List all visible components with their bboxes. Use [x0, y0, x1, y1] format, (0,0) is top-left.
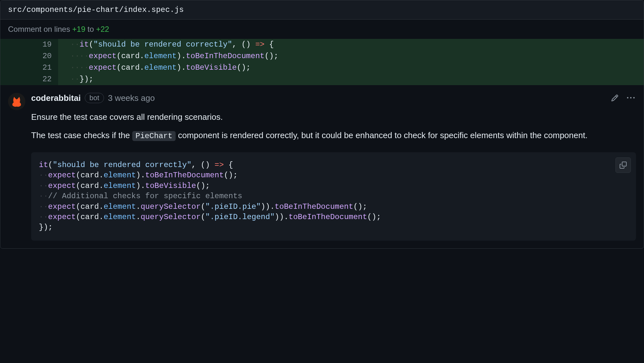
text-before-code: The test case checks if the: [31, 130, 132, 140]
range-from: +19: [72, 25, 85, 33]
comment-header: coderabbitai bot 3 weeks ago: [31, 93, 636, 103]
gutter-old: [0, 50, 29, 62]
suggestion-line: ··// Additional checks for specific elem…: [39, 191, 628, 201]
bot-badge: bot: [85, 93, 104, 103]
suggestion-line: ··expect(card.element).toBeVisible();: [39, 181, 628, 191]
diff-line: 21 ····expect(card.element).toBeVisible(…: [0, 62, 644, 74]
inline-code: PieChart: [132, 131, 176, 141]
diff-code: ··});: [68, 74, 644, 85]
kebab-menu-button[interactable]: [626, 93, 636, 103]
diff-line: 19 ··it("should be rendered correctly", …: [0, 39, 644, 50]
file-header: src/components/pie-chart/index.spec.js: [0, 0, 644, 20]
text-after-code: component is rendered correctly, but it …: [176, 130, 587, 140]
whitespace-dots: ····: [70, 63, 89, 72]
diff-line: 22 ··});: [0, 74, 644, 85]
diff-marker: [58, 74, 68, 85]
range-to: +22: [96, 25, 109, 33]
suggestion-block: it("should be rendered correctly", () =>…: [31, 152, 636, 241]
diff-marker: [58, 39, 68, 50]
range-to-word: to: [87, 25, 94, 33]
gutter-old: [0, 74, 29, 85]
diff-code: ··it("should be rendered correctly", () …: [68, 39, 644, 50]
copy-icon: [620, 162, 627, 169]
gutter-old: [0, 39, 29, 50]
comment-body: coderabbitai bot 3 weeks ago: [31, 93, 636, 241]
file-path[interactable]: src/components/pie-chart/index.spec.js: [8, 5, 184, 14]
suggestion-line: });: [39, 222, 628, 233]
comment-range: Comment on lines +19 to +22: [0, 20, 644, 39]
suggestion-line: ··expect(card.element).toBeInTheDocument…: [39, 170, 628, 181]
whitespace-dots: ··: [70, 75, 80, 84]
diff-code: ····expect(card.element).toBeVisible();: [68, 62, 644, 74]
gutter-new: 20: [29, 50, 58, 62]
comment-timestamp[interactable]: 3 weeks ago: [108, 93, 155, 103]
avatar[interactable]: [8, 93, 25, 110]
suggestion-line: ··expect(card.element.querySelector(".pi…: [39, 202, 628, 212]
range-prefix: Comment on lines: [8, 25, 70, 33]
gutter-new: 22: [29, 74, 58, 85]
gutter-new: 21: [29, 62, 58, 74]
diff-line: 20 ····expect(card.element).toBeInTheDoc…: [0, 50, 644, 62]
diff-block: 19 ··it("should be rendered correctly", …: [0, 39, 644, 85]
suggestion-line: ··expect(card.element.querySelector(".pi…: [39, 212, 628, 222]
comment: coderabbitai bot 3 weeks ago: [0, 85, 644, 248]
comment-paragraph: The test case checks if the PieChart com…: [31, 129, 636, 142]
copy-button[interactable]: [615, 157, 631, 173]
comment-paragraph: Ensure the test case covers all renderin…: [31, 111, 636, 123]
whitespace-dots: ··: [70, 40, 80, 49]
edit-button[interactable]: [610, 93, 620, 103]
diff-marker: [58, 50, 68, 62]
gutter-old: [0, 62, 29, 74]
comment-actions: [610, 93, 636, 103]
pencil-icon: [611, 94, 619, 102]
coderabbit-icon: [10, 95, 23, 108]
comment-author[interactable]: coderabbitai: [31, 93, 81, 103]
suggestion-line: it("should be rendered correctly", () =>…: [39, 160, 628, 170]
diff-marker: [58, 62, 68, 74]
whitespace-dots: ····: [70, 52, 89, 60]
kebab-icon: [627, 94, 635, 102]
review-panel: src/components/pie-chart/index.spec.js C…: [0, 0, 644, 249]
gutter-new: 19: [29, 39, 58, 50]
diff-code: ····expect(card.element).toBeInTheDocume…: [68, 50, 644, 62]
